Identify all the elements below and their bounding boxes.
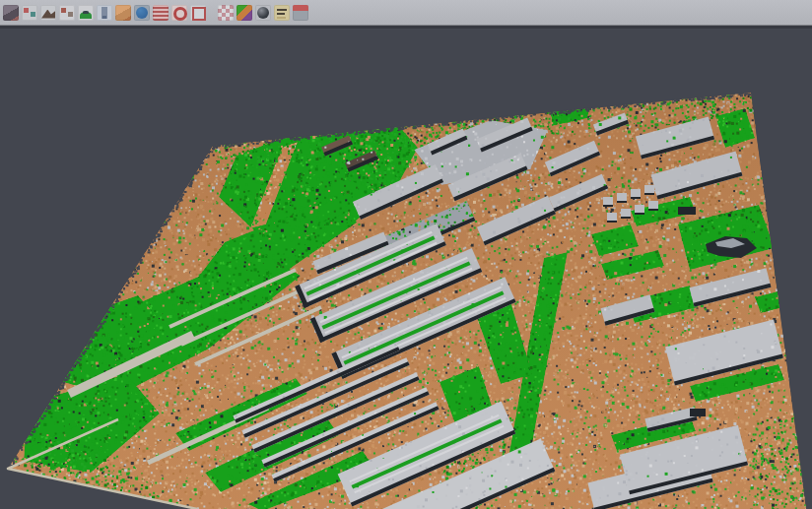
terrain-icon[interactable] <box>78 5 94 21</box>
toolbar-separator <box>209 5 215 21</box>
layers-icon[interactable] <box>153 5 169 21</box>
classification-icon[interactable] <box>237 5 252 21</box>
sparse-points-icon[interactable] <box>59 5 75 21</box>
grid-icon[interactable] <box>218 5 234 21</box>
align-icon[interactable] <box>22 5 37 21</box>
sphere-view-icon[interactable] <box>255 5 271 21</box>
profile-icon[interactable] <box>97 5 112 21</box>
orthophoto-icon[interactable] <box>115 5 131 21</box>
crop-icon[interactable] <box>190 5 206 21</box>
geolocation-icon[interactable] <box>134 5 150 21</box>
report-icon[interactable] <box>274 5 290 21</box>
point-cloud-canvas[interactable] <box>0 26 812 509</box>
import-cloud-icon[interactable] <box>3 5 19 21</box>
toolbar <box>0 0 812 26</box>
export-icon[interactable] <box>293 5 308 21</box>
dem-icon[interactable] <box>40 5 56 21</box>
application-window <box>0 0 812 509</box>
3d-viewport[interactable] <box>0 26 812 509</box>
target-icon[interactable] <box>171 5 187 21</box>
